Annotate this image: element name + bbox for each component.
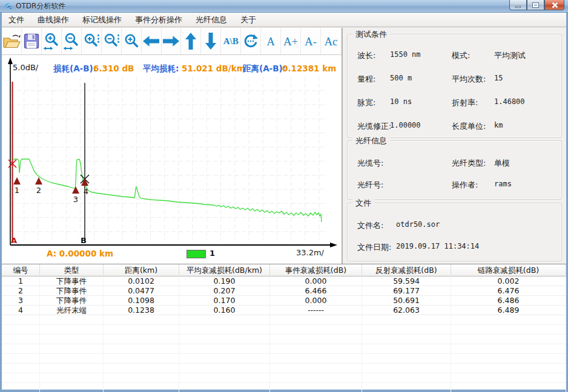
save-button[interactable]: [22, 28, 42, 54]
mode-value: 平均测试: [494, 50, 561, 61]
event-table-header: 编号 类型 距离(km) 平均衰减损耗(dB/km) 事件衰减损耗(dB) 反射…: [2, 264, 566, 276]
marker-ab-icon: A\B: [223, 37, 239, 46]
refresh-button[interactable]: [241, 28, 261, 54]
fiber-type-label: 光纤类型:: [452, 158, 494, 169]
empty-table-row: [2, 344, 566, 354]
zoom-out-vertical-button[interactable]: [102, 28, 122, 54]
cell-reflection-loss: 59.594: [362, 276, 451, 286]
range-value: 500 m: [390, 74, 452, 85]
cell-reflection-loss: 50.691: [362, 296, 451, 305]
table-row[interactable]: 2 下降事件 0.0477 0.207 6.466 69.177 6.476: [2, 286, 566, 296]
pan-up-button[interactable]: [181, 28, 201, 54]
pan-right-button[interactable]: [162, 28, 182, 54]
menu-file[interactable]: 文件: [2, 13, 31, 27]
operator-label: 操作者:: [452, 180, 494, 191]
empty-table-row: [2, 364, 566, 373]
avg-loss-label: 平均损耗:: [143, 64, 179, 74]
cell-distance: 0.1238: [104, 305, 179, 315]
menu-event-analysis[interactable]: 事件分析操作: [128, 13, 189, 27]
zoom-in-vertical-button[interactable]: [82, 28, 102, 54]
close-button[interactable]: [544, 0, 564, 10]
trace-legend-label: 1: [210, 249, 215, 258]
trace-legend-swatch: [187, 250, 206, 258]
cell-avg-attenuation: 0.190: [179, 276, 270, 286]
minimize-button[interactable]: [509, 0, 527, 10]
title-bar[interactable]: OTDR分析软件: [0, 0, 568, 13]
filename-value: otdr50.sor: [396, 220, 561, 231]
cursor-a-readout: A: 0.00000 km: [47, 249, 113, 258]
pan-down-button[interactable]: [201, 28, 221, 54]
loss-ab-label: 损耗(A-B):: [53, 64, 96, 74]
length-unit-value: km: [494, 121, 561, 132]
fiber-info-group: 光纤信息 光缆号: 光纤类型: 单模 光纤号: 操作者: rams: [347, 140, 562, 200]
menu-marker-operations[interactable]: 标记线操作: [76, 13, 128, 27]
cable-id-value: [390, 158, 452, 169]
col-header-event-loss: 事件衰减损耗(dB): [270, 264, 362, 276]
menu-fiber-info[interactable]: 光纤信息: [189, 13, 234, 27]
marker-a-minus-button[interactable]: A-: [301, 28, 321, 54]
zoom-out-vertical-icon: [103, 33, 120, 50]
maximize-icon: [533, 3, 538, 7]
event-1-label: 1: [15, 186, 19, 195]
test-conditions-group: 测试条件 波长: 1550 nm 模式: 平均测试 量程: 500 m 平均次数…: [347, 34, 562, 138]
event-2-label: 2: [36, 186, 41, 195]
col-header-distance: 距离(km): [104, 264, 179, 276]
menu-about[interactable]: 关于: [234, 13, 263, 27]
marker-ac-button[interactable]: Ac: [321, 28, 342, 54]
table-row[interactable]: 4 光纤末端 0.1238 0.160 ------ 62.063 6.489: [2, 305, 566, 315]
arrow-left-icon: [142, 34, 160, 48]
cell-type: 下降事件: [40, 296, 104, 305]
wavelength-label: 波长:: [348, 50, 390, 61]
fiber-type-value: 单模: [494, 158, 561, 169]
distance-ab-value: 0.12381 km: [282, 64, 336, 73]
cell-reflection-loss: 62.063: [362, 305, 451, 315]
minimize-icon: [515, 6, 521, 8]
refractive-index-label: 折射率:: [452, 97, 494, 108]
marker-a-button[interactable]: A: [261, 28, 281, 54]
avg-count-label: 平均次数:: [452, 74, 494, 85]
marker-a-icon: A: [266, 36, 275, 47]
event-3-label: 3: [73, 195, 78, 204]
zoom-out-horizontal-button[interactable]: [62, 28, 82, 54]
maximize-button[interactable]: [527, 0, 544, 10]
zoom-in-button[interactable]: [122, 28, 142, 54]
marker-a-plus-button[interactable]: A+: [281, 28, 301, 54]
cell-event-loss: 0.000: [270, 296, 362, 305]
zoom-in-horizontal-button[interactable]: [42, 28, 62, 54]
fiber-id-label: 光纤号:: [348, 180, 390, 191]
toolbar: A\B A A+ A- Ac: [2, 28, 342, 55]
table-row[interactable]: 1 下降事件 0.0102 0.190 0.000 59.594 0.002: [2, 276, 566, 286]
menu-curve-operations[interactable]: 曲线操作: [31, 13, 76, 27]
cell-link-loss: 6.486: [451, 296, 566, 305]
filedate-value: 2019.09.17 11:34:14: [396, 242, 561, 253]
avg-count-value: 15: [494, 74, 561, 85]
col-header-type: 类型: [40, 264, 104, 276]
event-4-label: 4: [84, 187, 88, 196]
arrow-up-icon: [184, 32, 197, 50]
avg-loss-value: 51.021 dB/km: [182, 64, 245, 73]
cell-event-loss: ------: [270, 305, 362, 315]
otdr-chart[interactable]: 1 2 3 4 A B 5.0dB/ 损耗(A-B): 6.310 dB 平均损…: [2, 55, 342, 264]
x-scale-label: 33.2m/: [296, 248, 324, 257]
refresh-icon: [242, 33, 259, 50]
empty-table-row: [2, 354, 566, 364]
cell-event-loss: 0.000: [270, 276, 362, 286]
cell-id: 3: [2, 296, 40, 305]
open-file-button[interactable]: [2, 28, 22, 54]
range-label: 量程:: [348, 74, 390, 85]
col-header-link-loss: 链路衰减损耗(dB): [451, 264, 566, 276]
zoom-in-horizontal-icon: [43, 32, 60, 51]
trace-plot[interactable]: 1 2 3 4 A B: [2, 55, 342, 264]
pan-left-button[interactable]: [142, 28, 162, 54]
marker-ab-toggle-button[interactable]: A\B: [221, 28, 241, 54]
marker-a-axis-label: A: [11, 236, 17, 245]
cell-avg-attenuation: 0.170: [179, 296, 270, 305]
table-row[interactable]: 3 下降事件 0.1098 0.170 0.000 50.691 6.486: [2, 296, 566, 305]
wavelength-value: 1550 nm: [390, 50, 452, 61]
zoom-in-vertical-icon: [83, 33, 100, 50]
refractive-index-value: 1.46800: [494, 97, 561, 108]
zoom-out-horizontal-icon: [63, 32, 80, 51]
cell-event-loss: 6.466: [270, 286, 362, 296]
cable-correction-value: 1.00000: [390, 121, 452, 132]
plot-grid: [10, 77, 327, 241]
